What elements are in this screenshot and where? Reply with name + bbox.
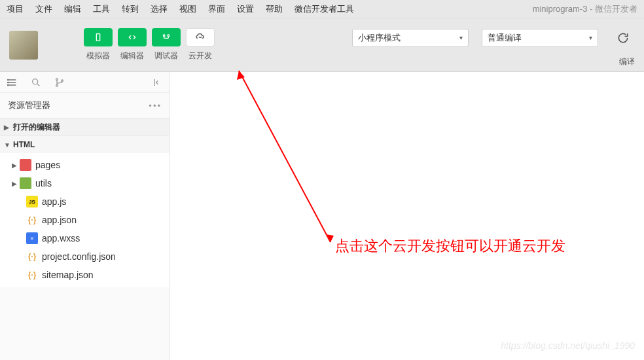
chevron-down-icon: ▾ — [459, 34, 463, 41]
refresh-icon — [611, 29, 635, 47]
editor-button[interactable]: 编辑器 — [118, 28, 147, 62]
menu-settings[interactable]: 设置 — [237, 3, 254, 15]
open-editors-section[interactable]: ▶ 打开的编辑器 — [0, 118, 170, 135]
svg-point-13 — [62, 80, 63, 82]
folder-row[interactable]: ▶pages — [0, 156, 170, 174]
chevron-right-icon: ▶ — [12, 162, 20, 169]
search-icon[interactable] — [30, 77, 42, 88]
branch-icon[interactable] — [54, 77, 65, 88]
file-row[interactable]: ≡app.wxss — [0, 229, 170, 247]
svg-point-12 — [56, 84, 58, 86]
tree-item-label: app.wxss — [42, 233, 80, 243]
file-tree: ▶pages▶utilsJSapp.js{·}app.json≡app.wxss… — [0, 153, 170, 287]
file-row[interactable]: JSapp.js — [0, 192, 170, 211]
cloud-icon — [186, 28, 215, 46]
chevron-down-icon: ▾ — [589, 34, 592, 41]
sidebar: 资源管理器 ••• ▶ 打开的编辑器 ▼ HTML ▶pages▶utilsJS… — [0, 72, 170, 360]
tree-item-label: utils — [35, 178, 52, 189]
collapse-icon[interactable] — [151, 77, 163, 88]
avatar[interactable] — [9, 31, 38, 60]
editor-area — [170, 72, 644, 360]
chevron-right-icon: ▶ — [12, 180, 20, 187]
menu-select[interactable]: 选择 — [151, 3, 168, 15]
file-icon: {·} — [26, 269, 38, 281]
file-icon: {·} — [26, 214, 38, 226]
svg-point-1 — [163, 35, 165, 37]
file-icon: {·} — [26, 251, 38, 262]
svg-point-8 — [8, 84, 9, 85]
svg-rect-0 — [96, 34, 99, 41]
menu-tools[interactable]: 工具 — [93, 3, 110, 15]
more-icon[interactable]: ••• — [149, 101, 162, 111]
file-icon: ≡ — [26, 232, 38, 244]
file-row[interactable]: {·}sitemap.json — [0, 266, 170, 284]
cloud-dev-button[interactable]: 云开发 — [186, 28, 215, 62]
tree-item-label: app.js — [42, 196, 66, 207]
project-root-section[interactable]: ▼ HTML — [0, 136, 170, 153]
file-icon: JS — [26, 196, 38, 207]
debugger-button[interactable]: 调试器 — [152, 28, 181, 62]
folder-icon — [20, 159, 31, 171]
folder-row[interactable]: ▶utils — [0, 174, 170, 192]
debug-icon — [152, 28, 181, 46]
menu-help[interactable]: 帮助 — [266, 3, 283, 15]
watermark: https://blog.csdn.net/qiushi_1990 — [501, 340, 635, 351]
menu-file[interactable]: 文件 — [35, 3, 52, 15]
file-row[interactable]: {·}app.json — [0, 211, 170, 229]
svg-point-11 — [56, 79, 58, 81]
explorer-header: 资源管理器 ••• — [0, 93, 170, 118]
tree-item-label: project.config.json — [42, 251, 116, 262]
svg-line-10 — [37, 84, 39, 86]
svg-point-2 — [168, 35, 170, 37]
menu-edit[interactable]: 编辑 — [64, 3, 81, 15]
annotation-text: 点击这个云开发按钮可以开通云开发 — [335, 234, 630, 257]
menu-ui[interactable]: 界面 — [208, 3, 225, 15]
tree-item-label: sitemap.json — [42, 270, 94, 280]
svg-point-9 — [33, 79, 38, 84]
compile-button[interactable] — [611, 29, 635, 47]
compile-select[interactable]: 普通编译 ▾ — [482, 29, 598, 47]
simulator-button[interactable]: 模拟器 — [84, 28, 113, 62]
toolbar: 模拟器 编辑器 调试器 云开发 小程序模式 ▾ 普通编译 ▾ — [0, 18, 644, 72]
tree-item-label: app.json — [42, 215, 77, 225]
chevron-down-icon: ▼ — [4, 141, 13, 149]
svg-point-6 — [8, 79, 9, 80]
tool-button-group: 模拟器 编辑器 调试器 云开发 — [84, 28, 215, 62]
list-icon[interactable] — [7, 77, 18, 88]
file-row[interactable]: {·}project.config.json — [0, 247, 170, 266]
menu-view[interactable]: 视图 — [179, 3, 196, 15]
compile-label: 编译 — [619, 56, 635, 67]
window-title: miniprogram-3 - 微信开发者 — [533, 3, 637, 15]
svg-point-7 — [8, 82, 9, 82]
phone-icon — [84, 28, 113, 46]
tree-item-label: pages — [35, 160, 60, 170]
menu-goto[interactable]: 转到 — [122, 3, 139, 15]
mode-select[interactable]: 小程序模式 ▾ — [352, 29, 469, 47]
folder-icon — [20, 177, 31, 189]
menu-project[interactable]: 项目 — [7, 3, 24, 15]
menu-devtools[interactable]: 微信开发者工具 — [295, 3, 354, 15]
sidebar-icon-bar — [0, 72, 170, 93]
chevron-right-icon: ▶ — [4, 124, 13, 131]
code-icon — [118, 28, 147, 46]
menu-bar: 项目 文件 编辑 工具 转到 选择 视图 界面 设置 帮助 微信开发者工具 mi… — [0, 0, 644, 18]
